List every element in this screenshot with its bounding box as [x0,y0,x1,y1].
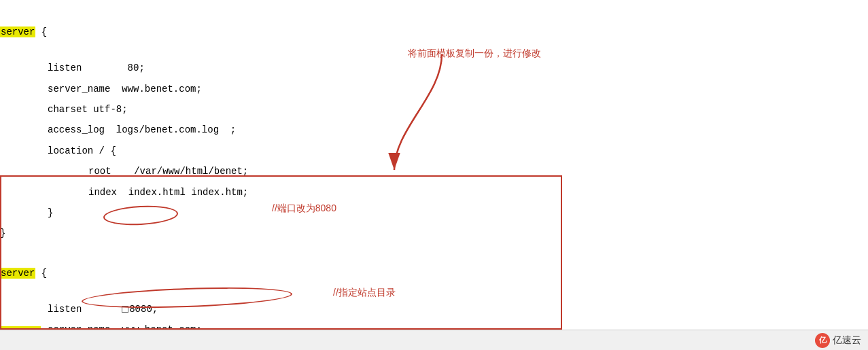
code-line-location-1: location / { [0,141,868,161]
logo-text: 亿速云 [833,334,861,347]
code-line-closemain-1: } [0,223,868,243]
server-keyword-1: server { [0,27,47,37]
code-block-2: server { [0,248,868,299]
code-line-accesslog-1: access_log logs/benet.com.log ; [0,120,868,140]
code-line-root-1: root /var/www/html/benet; [0,161,868,181]
code-line-servername-1: server_name www.benet.com; [0,79,868,99]
server-keyword-2: server { [0,268,47,279]
code-line-closebrace-1: } [0,203,868,223]
logo-area: 亿 亿速云 [815,333,861,348]
annotation-dir: //指定站点目录 [333,287,396,299]
code-line-listen-1: listen 80; [0,58,868,78]
code-line-charset-1: charset utf-8; [0,99,868,120]
annotation-port: //端口改为8080 [272,203,336,215]
code-line-index-1: index index.html index.htm; [0,182,868,203]
bottom-bar: 亿 亿速云 [0,330,868,350]
annotation-copy: 将前面模板复制一份，进行修改 [408,48,541,60]
logo-icon: 亿 [815,333,830,348]
code-line-listen-2: listen 8080; [0,299,868,319]
